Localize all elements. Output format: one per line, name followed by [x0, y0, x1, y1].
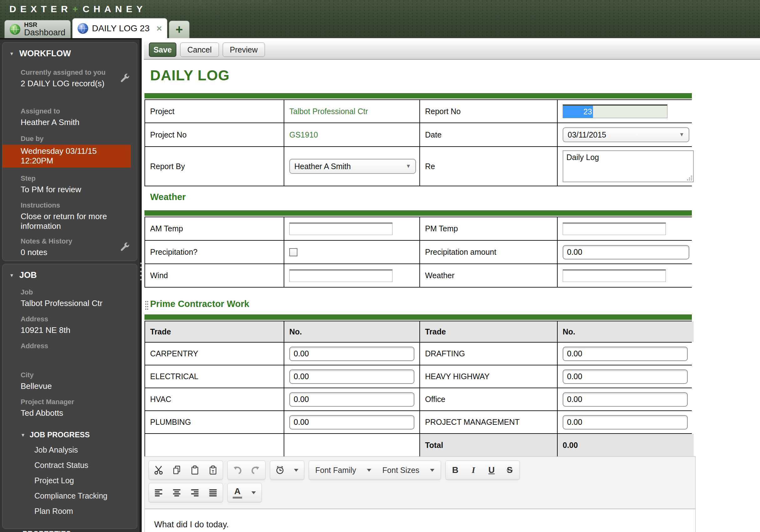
paste-as-text-icon[interactable]: T	[204, 461, 222, 479]
trade-no-input[interactable]	[289, 370, 414, 384]
wind-label: Wind	[145, 264, 284, 287]
wrench-icon[interactable]	[119, 242, 130, 253]
sidebar-item-job-analysis[interactable]: Job Analysis	[34, 445, 137, 455]
bold-button[interactable]: B	[446, 461, 464, 479]
sidebar-item-compliance-tracking[interactable]: Compliance Tracking	[34, 491, 137, 501]
save-button[interactable]: Save	[149, 42, 176, 57]
pcw-header-no-right: No.	[558, 321, 694, 342]
precipitation-checkbox[interactable]	[289, 248, 298, 256]
tab-bar: HSR Dashboard DAILY LOG 23 × +	[4, 18, 190, 38]
undo-icon[interactable]	[228, 461, 247, 479]
pcw-table: Trade No. Trade No. CARPENTRY DRAFTING E…	[145, 321, 692, 457]
tab-dashboard-line2: Dashboard	[24, 28, 65, 37]
precipitation-amount-cell	[558, 241, 694, 263]
address2-label: Address	[21, 342, 131, 350]
close-tab-icon[interactable]: ×	[156, 24, 162, 33]
cut-icon[interactable]	[150, 461, 167, 479]
report-no-input[interactable]: 23	[563, 105, 667, 118]
am-temp-cell	[284, 217, 419, 240]
trade-cell	[558, 388, 694, 410]
cancel-button[interactable]: Cancel	[180, 42, 219, 57]
date-dropdown[interactable]: 03/11/2015 ▼	[563, 127, 689, 142]
strikethrough-button[interactable]: S	[501, 461, 519, 479]
redo-icon[interactable]	[247, 461, 264, 479]
report-by-dropdown[interactable]: Heather A Smith ▼	[289, 159, 416, 174]
resize-grip-icon[interactable]	[688, 176, 692, 180]
font-family-dropdown[interactable]: Font Family	[309, 461, 377, 479]
editor-content[interactable]: What did I do today.	[145, 509, 695, 532]
precipitation-amount-input[interactable]	[563, 245, 689, 259]
weather-input[interactable]	[563, 269, 666, 282]
project-label: Project	[145, 100, 284, 122]
trade-no-input[interactable]	[563, 415, 688, 429]
align-right-icon[interactable]	[186, 484, 204, 501]
sidebar-splitter-handle[interactable]	[140, 263, 142, 283]
pcw-header-trade-right: Trade	[420, 321, 557, 342]
insert-time-icon[interactable]	[271, 461, 289, 479]
italic-button[interactable]: I	[464, 461, 483, 479]
new-tab-button[interactable]: +	[169, 21, 190, 38]
notes-history-field: Notes & History 0 notes	[3, 237, 137, 257]
sidebar-item-project-log[interactable]: Project Log	[34, 476, 137, 485]
report-no-cell: 23	[558, 100, 694, 122]
trade-no-input[interactable]	[563, 392, 688, 407]
align-center-icon[interactable]	[167, 484, 186, 501]
wrench-icon[interactable]	[119, 73, 130, 84]
workflow-header[interactable]: ▼ WORKFLOW	[3, 49, 137, 59]
job-progress-title: JOB PROGRESS	[30, 430, 90, 439]
pcw-total-label: Total	[420, 434, 557, 457]
job-title: JOB	[20, 270, 37, 280]
chevron-down-icon: ▼	[9, 51, 14, 56]
workflow-panel: ▼ WORKFLOW Currently assigned to you 2 D…	[2, 42, 137, 261]
trade-no-input[interactable]	[289, 347, 414, 361]
trade-no-input[interactable]	[289, 415, 414, 429]
tab-daily-log[interactable]: DAILY LOG 23 ×	[72, 18, 167, 38]
wind-input[interactable]	[289, 269, 393, 282]
trade-label: HVAC	[145, 388, 284, 410]
job-progress-header[interactable]: ▼ JOB PROGRESS	[21, 430, 137, 439]
step-label: Step	[21, 174, 131, 183]
page-title: DAILY LOG	[150, 67, 230, 84]
am-temp-input[interactable]	[289, 223, 393, 235]
drag-handle-icon[interactable]	[145, 300, 149, 310]
insert-time-dropdown[interactable]	[289, 461, 304, 479]
align-justify-icon[interactable]	[204, 484, 222, 501]
text-color-dropdown[interactable]	[247, 484, 261, 501]
trade-cell	[284, 365, 419, 388]
sidebar-section-properties[interactable]: ▶ PROPERTIES	[14, 529, 137, 532]
weather-section-title: Weather	[150, 192, 186, 202]
chevron-down-icon: ▼	[9, 273, 14, 278]
tab-hsr-dashboard[interactable]: HSR Dashboard	[4, 20, 71, 38]
section-divider-bar	[145, 314, 692, 320]
re-value: Daily Log	[566, 153, 599, 161]
trade-no-input[interactable]	[563, 370, 688, 384]
job-panel: ▼ JOB Job Talbot Professional Ctr Addres…	[2, 264, 137, 529]
assigned-to-value: Heather A Smith	[21, 117, 131, 127]
logo-plus: +	[72, 4, 83, 14]
align-left-icon[interactable]	[150, 484, 167, 501]
text-color-button[interactable]: A	[228, 484, 247, 501]
trade-cell	[284, 342, 419, 365]
logo-dexter: DEXTER	[9, 4, 72, 14]
report-no-selected-text: 23	[563, 106, 593, 118]
re-textarea[interactable]: Daily Log	[563, 150, 694, 182]
project-manager-field: Project Manager Ted Abbotts	[3, 398, 137, 418]
pcw-empty-cell	[145, 434, 284, 457]
font-sizes-dropdown[interactable]: Font Sizes	[377, 461, 440, 479]
chevron-down-icon	[367, 469, 371, 472]
paste-icon[interactable]	[186, 461, 204, 479]
pm-temp-input[interactable]	[563, 223, 666, 235]
chevron-down-icon: ▼	[405, 163, 411, 169]
pcw-header-trade-left: Trade	[145, 321, 284, 342]
assigned-to-field: Assigned to Heather A Smith	[3, 107, 137, 127]
sidebar-item-plan-room[interactable]: Plan Room	[34, 507, 137, 516]
assigned-to-label: Assigned to	[21, 107, 131, 115]
trade-no-input[interactable]	[289, 392, 414, 407]
underline-button[interactable]: U	[483, 461, 501, 479]
sidebar-item-contract-status[interactable]: Contract Status	[34, 461, 137, 470]
job-header[interactable]: ▼ JOB	[3, 270, 137, 280]
preview-button[interactable]: Preview	[223, 42, 265, 57]
copy-icon[interactable]	[167, 461, 186, 479]
trade-no-input[interactable]	[563, 347, 688, 361]
trade-cell	[558, 342, 694, 365]
